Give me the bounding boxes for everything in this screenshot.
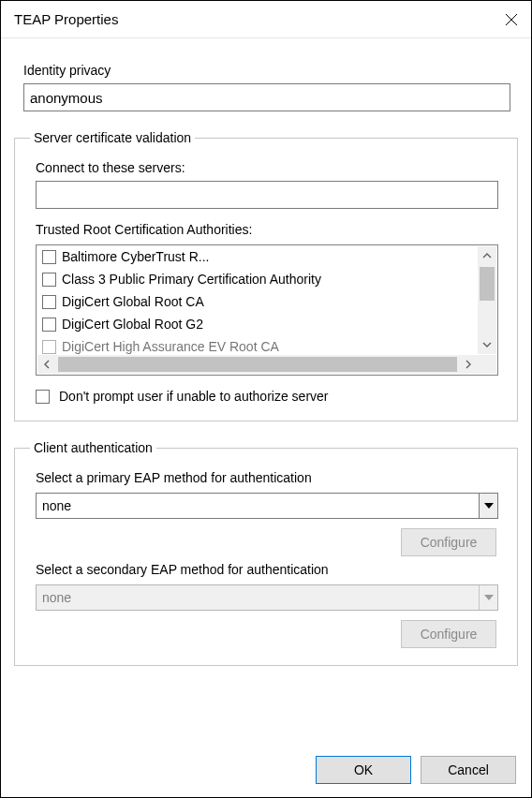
chevron-down-icon bbox=[479, 585, 497, 610]
dont-prompt-checkbox[interactable] bbox=[36, 390, 50, 404]
close-icon[interactable] bbox=[505, 13, 518, 26]
identity-privacy-label: Identity privacy bbox=[23, 63, 518, 78]
authority-checkbox[interactable] bbox=[42, 295, 56, 309]
authorities-listbox[interactable]: Baltimore CyberTrust R... Class 3 Public… bbox=[36, 244, 498, 376]
list-item[interactable]: Class 3 Public Primary Certification Aut… bbox=[37, 268, 477, 290]
window-title: TEAP Properties bbox=[14, 11, 118, 27]
list-item[interactable]: DigiCert High Assurance EV Root CA bbox=[37, 335, 477, 354]
horizontal-scrollbar[interactable] bbox=[37, 355, 478, 374]
secondary-configure-button: Configure bbox=[401, 620, 496, 648]
authority-checkbox[interactable] bbox=[42, 273, 56, 287]
authority-label: DigiCert Global Root G2 bbox=[62, 317, 203, 332]
secondary-eap-combo: none bbox=[36, 584, 498, 611]
ok-button[interactable]: OK bbox=[316, 756, 411, 784]
authorities-label: Trusted Root Certification Authorities: bbox=[36, 222, 508, 237]
secondary-eap-label: Select a secondary EAP method for authen… bbox=[36, 562, 508, 577]
client-auth-group: Client authentication Select a primary E… bbox=[14, 440, 518, 666]
vertical-scrollbar[interactable] bbox=[478, 246, 496, 354]
authority-label: Baltimore CyberTrust R... bbox=[62, 249, 209, 264]
primary-eap-combo[interactable]: none bbox=[36, 493, 498, 519]
authority-label: DigiCert High Assurance EV Root CA bbox=[62, 339, 279, 354]
cancel-button[interactable]: Cancel bbox=[421, 756, 516, 784]
connect-servers-input[interactable] bbox=[36, 181, 498, 209]
title-bar: TEAP Properties bbox=[1, 1, 531, 38]
scroll-up-icon[interactable] bbox=[478, 246, 496, 265]
scroll-down-icon[interactable] bbox=[478, 335, 496, 354]
secondary-eap-value: none bbox=[37, 590, 71, 605]
dont-prompt-label: Don't prompt user if unable to authorize… bbox=[59, 389, 329, 404]
list-item[interactable]: DigiCert Global Root G2 bbox=[37, 313, 477, 335]
server-cert-group: Server certificate validation Connect to… bbox=[14, 130, 518, 421]
authority-checkbox[interactable] bbox=[42, 340, 56, 354]
scroll-right-icon[interactable] bbox=[459, 355, 478, 374]
list-item[interactable]: DigiCert Global Root CA bbox=[37, 290, 477, 313]
identity-privacy-input[interactable] bbox=[23, 83, 510, 111]
authority-checkbox[interactable] bbox=[42, 318, 56, 332]
scroll-thumb[interactable] bbox=[480, 267, 495, 301]
list-item[interactable]: Baltimore CyberTrust R... bbox=[37, 245, 477, 268]
connect-servers-label: Connect to these servers: bbox=[36, 160, 508, 175]
authority-label: Class 3 Public Primary Certification Aut… bbox=[62, 272, 321, 287]
primary-configure-button: Configure bbox=[401, 528, 496, 556]
scroll-left-icon[interactable] bbox=[37, 355, 56, 374]
primary-eap-label: Select a primary EAP method for authenti… bbox=[36, 470, 508, 485]
dont-prompt-row[interactable]: Don't prompt user if unable to authorize… bbox=[36, 389, 508, 404]
client-auth-legend: Client authentication bbox=[30, 440, 156, 455]
server-cert-legend: Server certificate validation bbox=[30, 130, 195, 145]
authority-label: DigiCert Global Root CA bbox=[62, 294, 204, 309]
chevron-down-icon[interactable] bbox=[479, 494, 497, 518]
authority-checkbox[interactable] bbox=[42, 250, 56, 264]
scroll-thumb[interactable] bbox=[58, 357, 457, 372]
primary-eap-value: none bbox=[37, 498, 71, 513]
scroll-corner bbox=[478, 355, 496, 374]
